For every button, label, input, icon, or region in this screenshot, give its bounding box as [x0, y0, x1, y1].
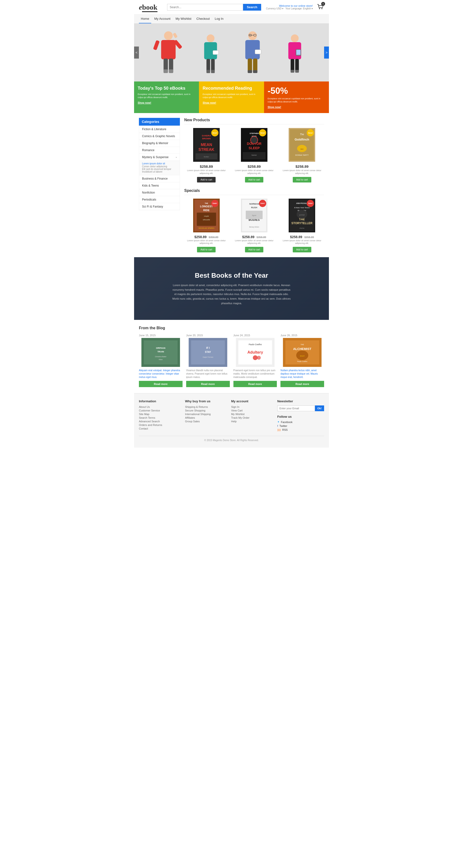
footer-link-group[interactable]: Group Sales — [185, 420, 227, 423]
svg-text:Adultery: Adultery — [247, 350, 263, 354]
svg-rect-26 — [248, 70, 252, 73]
logo-book: book — [142, 3, 157, 12]
svg-text:portrait: portrait — [299, 214, 305, 216]
footer-social-facebook[interactable]: ✦ Facebook — [277, 421, 324, 424]
promo-link-1[interactable]: Shop now! — [138, 101, 151, 104]
search-form: Search — [167, 4, 261, 10]
svg-text:DONNA TARTT: DONNA TARTT — [295, 154, 309, 156]
product-img-wrap-2: The Goldfinch bird DONNA TARTT New! — [289, 128, 315, 162]
footer-link-signin[interactable]: Sign In — [231, 405, 273, 408]
svg-rect-35 — [295, 70, 299, 72]
hero-prev-btn[interactable]: < — [134, 46, 139, 59]
products-area: New Products SANDRA BROWN MEAN STREAK — [184, 118, 324, 252]
sidebar-item-fiction[interactable]: Fiction & Literature — [139, 126, 180, 133]
sidebar-item-romance[interactable]: Romance — [139, 147, 180, 154]
promo-banner-yellow: Recommended Reading Excepteur sint occae… — [199, 82, 264, 113]
footer-link-sitemap[interactable]: Site Map — [139, 413, 181, 415]
best-books-title: Best Books of the Year — [139, 272, 324, 279]
nav-wishlist[interactable]: My Wishlist — [174, 14, 194, 23]
svg-text:silhouette: silhouette — [203, 219, 210, 221]
sidebar-item-business[interactable]: Business & Finance — [139, 175, 180, 182]
new-products-title: New Products — [184, 118, 324, 124]
sidebar-item-biography[interactable]: Biography & Memoir — [139, 140, 180, 147]
svg-text:STAY: STAY — [205, 351, 211, 353]
nav-login[interactable]: Log In — [213, 14, 226, 23]
new-products-section: New Products SANDRA BROWN MEAN STREAK — [184, 118, 324, 182]
sidebar-item-comics[interactable]: Comics & Graphic Novels — [139, 133, 180, 140]
add-to-cart-0[interactable]: Add to cart — [197, 177, 215, 183]
sidebar-item-mystery[interactable]: Mystery & Suspense- — [139, 154, 180, 161]
svg-point-50 — [251, 136, 258, 144]
sidebar-item-kids[interactable]: Kids & Teens — [139, 182, 180, 189]
read-more-btn-2[interactable]: Read more — [233, 381, 277, 387]
svg-text:desert: desert — [300, 355, 305, 357]
product-price-1: $258.89 — [232, 164, 276, 168]
footer-link-returns[interactable]: Orders and Returns — [139, 424, 181, 426]
footer-link-terms[interactable]: Search Terms — [139, 416, 181, 419]
promo-title-2: Recommended Reading — [203, 86, 260, 91]
footer-link-shipping[interactable]: Shipping & Returns — [185, 405, 227, 408]
promo-link-3[interactable]: Shop now! — [268, 105, 281, 108]
add-to-cart-2[interactable]: Add to cart — [293, 177, 311, 183]
newsletter-input[interactable] — [277, 405, 315, 411]
sidebar-item-nonfiction[interactable]: Nonfiction — [139, 189, 180, 196]
read-more-btn-1[interactable]: Read more — [186, 381, 230, 387]
svg-text:STREAK: STREAK — [199, 148, 214, 152]
special-price-old-0: $358.89 — [209, 236, 219, 239]
footer-social-twitter[interactable]: f Twitter — [277, 425, 324, 427]
blog-img-2: Paulo Coelho Adultery — [233, 338, 277, 367]
footer-link-secure[interactable]: Secure Shopping — [185, 409, 227, 412]
footer-grid: Information About Us Customer Service Si… — [139, 399, 324, 432]
blog-date-3: June 26, 2015 — [281, 334, 324, 337]
footer-link-intl-shipping[interactable]: International Shipping — [185, 413, 227, 415]
nav-home[interactable]: Home — [139, 14, 151, 23]
newsletter-btn[interactable]: Ok! — [315, 405, 324, 411]
footer-link-contact[interactable]: Contact — [139, 427, 181, 430]
add-to-cart-1[interactable]: Add to cart — [245, 177, 263, 183]
promo-link-2[interactable]: Shop now! — [203, 101, 216, 104]
sale-badge-1: Sale! — [259, 200, 266, 207]
add-to-cart-special-1[interactable]: Add to cart — [245, 247, 263, 252]
search-input[interactable] — [167, 4, 243, 10]
hero-next-btn[interactable]: > — [324, 46, 329, 59]
svg-rect-34 — [291, 70, 294, 72]
cart-icon[interactable]: 0 — [316, 3, 324, 11]
header: ebook Search Welcome to our online store… — [134, 0, 329, 14]
svg-text:NICHOLAS SPARKS: NICHOLAS SPARKS — [199, 227, 214, 229]
footer-link-help[interactable]: Help — [231, 420, 273, 423]
nav-checkout[interactable]: Checkout — [195, 14, 212, 23]
sidebar-item-scifi[interactable]: Sci Fi & Fantasy — [139, 203, 180, 210]
hero-banner: < > — [134, 24, 329, 82]
footer-link-about[interactable]: About Us — [139, 405, 181, 408]
sidebar-sub-text3: Incididunt ut labore — [142, 170, 177, 173]
search-button[interactable]: Search — [243, 4, 261, 10]
footer-social-rss[interactable]: )))) RSS — [277, 428, 324, 431]
read-more-btn-0[interactable]: Read more — [139, 381, 182, 387]
svg-text:Christina Baker: Christina Baker — [155, 356, 167, 358]
svg-text:thriller: thriller — [204, 156, 209, 158]
footer-link-customer[interactable]: Customer Service — [139, 409, 181, 412]
blog-img-3: THE ALCHEMIST desert Paulo Coelho — [281, 338, 324, 367]
svg-text:The: The — [300, 133, 304, 136]
best-books-desc: Lorem ipsum dolor sit amet, consectetur … — [171, 283, 292, 305]
logo[interactable]: ebook — [139, 4, 157, 11]
footer-link-track[interactable]: Track My Order — [231, 416, 273, 419]
hero-person-2 — [191, 33, 231, 79]
sidebar-sub-link1[interactable]: Lorem ipsum dolor sit — [142, 162, 177, 165]
promo-banner-green: Today's Top 50 eBooks Excepteur sint occ… — [134, 82, 199, 113]
add-to-cart-special-0[interactable]: Add to cart — [197, 247, 215, 252]
add-to-cart-special-2[interactable]: Add to cart — [293, 247, 311, 252]
footer-link-cart[interactable]: View Cart — [231, 409, 273, 412]
sidebar-item-periodicals[interactable]: Periodicals — [139, 196, 180, 203]
nav-account[interactable]: My Account — [152, 14, 172, 23]
footer-link-advsearch[interactable]: Advanced Search — [139, 420, 181, 423]
read-more-btn-3[interactable]: Read more — [281, 381, 324, 387]
sale-badge-2: Sale! — [307, 200, 314, 207]
svg-text:RIDE: RIDE — [203, 209, 209, 212]
footer-col-account: My account Sign In View Cart My Wishlist… — [231, 399, 273, 432]
footer-link-affiliates[interactable]: Affiliates — [185, 416, 227, 419]
hero-person-1 — [149, 31, 188, 79]
footer-link-wishlist[interactable]: My Wishlist — [231, 413, 273, 415]
svg-text:Kline: Kline — [159, 359, 163, 360]
blog-text-0: Aliquam erat volutpat. Integer pharetra … — [139, 369, 182, 379]
